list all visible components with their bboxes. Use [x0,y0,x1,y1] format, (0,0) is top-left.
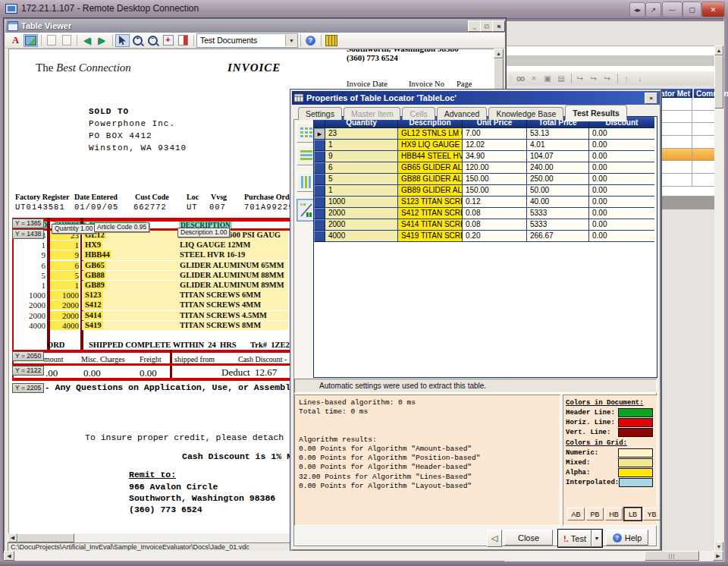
cell-description[interactable]: S419 TITAN SCRE [398,231,463,242]
maximize-button[interactable]: □ [480,20,493,32]
cell-quantity[interactable]: 2000 [325,219,398,231]
cell-discount[interactable]: 0.00 [589,185,654,197]
dialog-tab[interactable]: Settings [298,107,342,120]
cell-description[interactable]: S412 TITAN SCRE [398,208,463,219]
table-viewer-titlebar[interactable]: Table Viewer _ □ × [5,19,504,33]
cell-quantity[interactable]: 1 [325,140,398,151]
row-selector[interactable]: ▶ [314,162,325,174]
dialog-tab[interactable]: Master Item [344,107,400,120]
session-hscrollbar[interactable]: ◀ ||| ▶ [4,551,723,561]
scroll-thumb[interactable]: ||| [645,551,699,561]
results-grid-row[interactable]: ▶ 2000 S414 TITAN SCRE 0.08 5333 0.00 [314,219,657,231]
chevron-down-icon[interactable]: ▼ [285,35,297,46]
scroll-thumb[interactable] [17,533,74,542]
cell-total-price[interactable]: 250.00 [527,174,589,185]
cell-description[interactable]: GL12 STNLS LM 0 - [398,128,463,140]
cell-unit-price[interactable]: 0.20 [463,231,527,242]
results-grid-row[interactable]: ▶ 1 HX9 LIQ GAUGE 12 12.02 4.01 0.00 [314,140,657,151]
cell-total-price[interactable]: 40.00 [527,197,589,208]
algorithm-button[interactable]: YB [643,508,661,520]
rdp-titlebar[interactable]: 172.21.1.107 - Remote Desktop Connection… [0,0,728,19]
results-grid-row[interactable]: ▶ 23 GL12 STNLS LM 0 - 7.00 53.13 0.00 [314,128,657,140]
cell-unit-price[interactable]: 0.12 [463,197,527,208]
columns-icon[interactable] [324,34,338,47]
results-grid-row[interactable]: ▶ 6 GB65 GLIDER ALU 120.00 240.00 0.00 [314,162,657,174]
help-button[interactable]: ? Help [606,530,648,546]
text-view-icon[interactable]: A [8,34,23,47]
results-grid-row[interactable]: ▶ 2000 S412 TITAN SCRE 0.08 5333 0.00 [314,208,657,219]
cell-description[interactable]: HBB44 STEEL HVR [398,151,463,162]
cell-total-price[interactable]: 53.13 [527,128,589,140]
cell-total-price[interactable]: 5333 [527,219,589,231]
nav-back-button[interactable]: ◁ [487,530,502,547]
image-view-icon[interactable] [24,34,38,47]
delete-icon[interactable]: × [528,73,540,84]
copy-icon[interactable]: ▤ [555,73,567,84]
cell-quantity[interactable]: 23 [325,128,398,140]
scroll-left-icon[interactable]: ◀ [4,551,14,561]
cell-quantity[interactable]: 9 [325,151,398,162]
pointer-tool-icon[interactable] [115,34,130,47]
test-split-button[interactable]: !.Test ▼ [557,529,603,548]
cell-unit-price[interactable]: 7.00 [463,128,527,140]
cell-quantity[interactable]: 6 [325,162,398,174]
minimize-button[interactable]: _ [468,20,481,32]
cell-unit-price[interactable]: 120.00 [463,162,527,174]
cell-quantity[interactable]: 5 [325,174,398,185]
cell-unit-price[interactable]: 150.00 [463,174,527,185]
row-selector[interactable]: ▶ [314,128,325,140]
row-selector[interactable]: ▶ [314,197,325,208]
zoom-out-icon[interactable]: − [146,34,160,47]
help-icon[interactable]: ? [303,34,318,47]
cell-total-price[interactable]: 240.00 [527,162,589,174]
move-down-icon[interactable]: ↓ [634,73,646,84]
documents-dropdown[interactable]: Test Documents ▼ [196,33,298,48]
scroll-right-icon[interactable]: ▶ [713,551,723,561]
cell-description[interactable]: GB89 GLIDER ALU [398,185,463,197]
cell-discount[interactable]: 0.00 [589,174,654,185]
scroll-up-icon[interactable]: ▲ [494,49,504,58]
cell-discount[interactable]: 0.00 [589,128,654,140]
dialog-tab[interactable]: Test Results [565,105,627,120]
cell-total-price[interactable]: 266.67 [527,231,589,242]
cell-unit-price[interactable]: 34.90 [463,151,527,162]
locator-vscrollbar[interactable]: ▲ ▼ [714,46,723,552]
scroll-thumb[interactable] [714,55,723,108]
run-icon[interactable]: ↪ [574,73,586,84]
cell-total-price[interactable]: 50.00 [527,185,589,197]
results-grid-row[interactable]: ▶ 1 GB89 GLIDER ALU 150.00 50.00 0.00 [314,185,657,197]
cell-description[interactable]: GB65 GLIDER ALU [398,162,463,174]
next-doc-icon[interactable]: ▶ [95,34,109,47]
rdp-restore-down-button[interactable]: ↗ [645,2,661,17]
rdp-maximize-button[interactable]: ▢ [682,2,701,17]
cell-discount[interactable]: 0.00 [589,151,654,162]
cell-quantity[interactable]: 1000 [325,197,398,208]
scroll-left-icon[interactable]: ◀ [8,533,17,542]
results-grid-row[interactable]: ▶ 4000 S419 TITAN SCRE 0.20 266.67 0.00 [314,231,657,242]
algorithm-button[interactable]: PB [586,508,604,520]
fit-page-icon[interactable]: + [161,34,175,47]
algorithm-button[interactable]: AB [567,508,585,520]
dialog-tab[interactable]: Cells [402,107,435,120]
algorithm-log-panel[interactable]: Lines-based algorithm: 0 ms Total time: … [294,395,560,526]
cell-quantity[interactable]: 4000 [325,231,398,242]
rdp-minimize-button[interactable]: — [662,2,682,17]
move-up-icon[interactable]: ↑ [620,73,632,84]
next-page-icon[interactable] [59,34,74,47]
scroll-up-icon[interactable]: ▲ [714,46,723,55]
cell-unit-price[interactable]: 12.02 [463,140,527,151]
cell-description[interactable]: HX9 LIQ GAUGE 12 [398,140,463,151]
properties-icon[interactable]: ▣ [541,73,554,84]
cell-discount[interactable]: 0.00 [589,219,654,231]
cell-discount[interactable]: 0.00 [589,197,654,208]
row-selector[interactable]: ▶ [314,140,325,151]
results-grid-row[interactable]: ▶ 9 HBB44 STEEL HVR 34.90 104.07 0.00 [314,151,657,162]
cell-total-price[interactable]: 5333 [527,208,589,219]
prev-page-icon[interactable] [44,34,58,47]
cell-discount[interactable]: 0.00 [589,140,654,151]
cell-total-price[interactable]: 104.07 [527,151,589,162]
cell-quantity[interactable]: 1 [325,185,398,197]
cell-description[interactable]: GB88 GLIDER ALU [398,174,463,185]
cell-total-price[interactable]: 4.01 [527,140,589,151]
cell-discount[interactable]: 0.00 [589,208,654,219]
